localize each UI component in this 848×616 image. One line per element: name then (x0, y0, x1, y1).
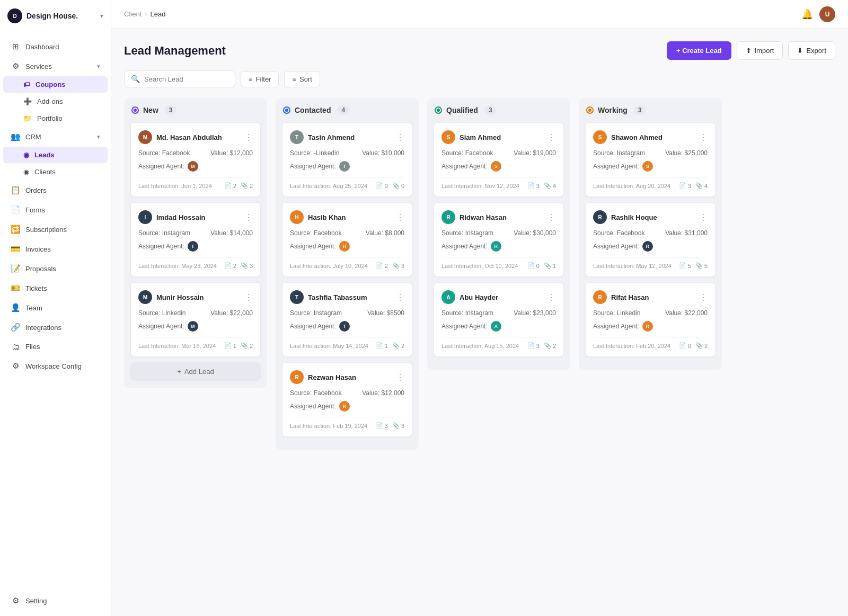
footer-icons: 📄 3 📎 4 (679, 182, 708, 189)
sidebar-item-setting[interactable]: ⚙ Setting (3, 591, 108, 610)
card-footer: Last Interaction: Oct 10, 2024 📄 0 📎 1 (441, 257, 556, 269)
lead-name: Md. Hasan Abdullah (156, 133, 240, 141)
status-dot-contacted (283, 106, 290, 114)
sidebar-item-forms[interactable]: 📄 Forms (3, 200, 108, 219)
attachment-icon: 📎 (392, 342, 400, 349)
lead-card-qualified-1[interactable]: R Ridwan Hasan ⋮ Source: Instagram Value… (434, 202, 564, 277)
sidebar-item-files[interactable]: 🗂 Files (3, 337, 108, 356)
user-avatar[interactable]: U (819, 6, 835, 22)
attachments-count: 📎 4 (544, 182, 556, 189)
export-button[interactable]: ⬇ Export (788, 41, 835, 60)
sidebar-item-clients[interactable]: ◉ Clients (3, 164, 108, 180)
card-menu-icon[interactable]: ⋮ (396, 212, 404, 222)
last-interaction: Last Interaction: Aug 20, 2024 (593, 183, 670, 189)
sidebar-item-workspace-config[interactable]: ⚙ Workspace Config (3, 356, 108, 376)
agent-avatar: R (642, 241, 653, 252)
sidebar-item-invoices[interactable]: 💳 Invoices (3, 239, 108, 258)
card-header: M Munir Hossain ⋮ (138, 290, 253, 304)
footer-icons: 📄 0 📎 2 (679, 342, 708, 349)
card-menu-icon[interactable]: ⋮ (396, 372, 404, 382)
sort-button[interactable]: ≡ Sort (284, 71, 320, 87)
agent-label: Assigned Agent: (138, 163, 184, 170)
agent-avatar: T (339, 321, 350, 332)
lead-value: Value: $23,000 (514, 309, 556, 317)
files-count: 📄 3 (527, 342, 540, 349)
agent-row: Assigned Agent: A (441, 321, 556, 332)
card-menu-icon[interactable]: ⋮ (547, 292, 556, 302)
coupons-icon: 🏷 (23, 81, 30, 88)
lead-card-contacted-1[interactable]: H Hasib Khan ⋮ Source: Facebook Value: $… (282, 202, 412, 277)
lead-card-qualified-0[interactable]: S Siam Ahmed ⋮ Source: Facebook Value: $… (434, 122, 564, 197)
file-icon: 📄 (224, 342, 232, 349)
card-menu-icon[interactable]: ⋮ (244, 292, 253, 302)
main-area: Client › Lead 🔔 U Lead Management + Crea… (111, 0, 848, 616)
card-header: T Tashfia Tabassum ⋮ (290, 290, 404, 304)
sidebar-item-tickets[interactable]: 🎫 Tickets (3, 279, 108, 298)
card-menu-icon[interactable]: ⋮ (699, 132, 708, 142)
search-input[interactable] (144, 75, 228, 83)
attachment-icon: 📎 (241, 182, 248, 189)
lead-card-new-1[interactable]: I Imdad Hossain ⋮ Source: Instagram Valu… (130, 202, 261, 277)
file-icon: 📄 (376, 262, 383, 269)
attachment-icon: 📎 (392, 182, 400, 189)
import-button[interactable]: ⬆ Import (737, 41, 783, 60)
sidebar-item-orders[interactable]: 📋 Orders (3, 181, 108, 200)
card-menu-icon[interactable]: ⋮ (547, 132, 556, 142)
attachments-count: 📎 1 (544, 262, 556, 269)
files-count: 📄 2 (224, 262, 236, 269)
sidebar-item-subscriptions[interactable]: 🔁 Subscriptions (3, 220, 108, 239)
lead-name: Imdad Hossain (156, 213, 240, 221)
col-count-working: 3 (634, 105, 646, 115)
card-menu-icon[interactable]: ⋮ (396, 132, 404, 142)
agent-row: Assigned Agent: R (441, 241, 556, 252)
lead-card-working-0[interactable]: S Shawon Ahmed ⋮ Source: Instagram Value… (585, 122, 716, 197)
last-interaction: Last Interaction: Mar 16, 2024 (138, 343, 216, 349)
lead-card-qualified-2[interactable]: A Abu Hayder ⋮ Source: Instagram Value: … (434, 282, 564, 357)
sidebar-item-dashboard[interactable]: ⊞ Dashboard (3, 37, 108, 56)
create-lead-button[interactable]: + Create Lead (667, 41, 731, 60)
agent-avatar: H (339, 241, 350, 252)
notification-bell-icon[interactable]: 🔔 (801, 8, 813, 20)
card-menu-icon[interactable]: ⋮ (396, 292, 404, 302)
sidebar-label-portfolio: Portfolio (37, 114, 63, 122)
sidebar-item-coupons[interactable]: 🏷 Coupons (3, 76, 108, 93)
status-dot-working (586, 106, 594, 114)
col-title-working: Working (598, 106, 628, 114)
sidebar-item-addons[interactable]: ➕ Add-ons (3, 93, 108, 110)
card-menu-icon[interactable]: ⋮ (547, 212, 556, 222)
card-menu-icon[interactable]: ⋮ (244, 132, 253, 142)
sidebar-item-proposals[interactable]: 📝 Proposals (3, 259, 108, 278)
sidebar: D Design House. ▾ ⊞ Dashboard ⚙ Services… (0, 0, 111, 616)
attachment-icon: 📎 (392, 422, 400, 429)
sidebar-item-crm[interactable]: 👥 CRM ▾ (3, 127, 108, 146)
card-meta: Source: Instagram Value: $14,000 (138, 229, 253, 237)
agent-label: Assigned Agent: (290, 403, 336, 410)
sidebar-item-team[interactable]: 👤 Team (3, 298, 108, 317)
lead-card-contacted-0[interactable]: T Tasin Ahmend ⋮ Source: -Linkedin Value… (282, 122, 412, 197)
card-menu-icon[interactable]: ⋮ (244, 212, 253, 222)
sidebar-item-leads[interactable]: ◉ Leads (3, 147, 108, 163)
filter-button[interactable]: ≡ Filter (241, 71, 279, 87)
sidebar-item-portfolio[interactable]: 📁 Portfolio (3, 110, 108, 127)
lead-card-contacted-2[interactable]: T Tashfia Tabassum ⋮ Source: Instagram V… (282, 282, 412, 357)
card-meta: Source: Instagram Value: $23,000 (441, 309, 556, 317)
lead-card-working-1[interactable]: R Rashik Hoque ⋮ Source: Facebook Value:… (585, 202, 716, 277)
sidebar-item-services[interactable]: ⚙ Services ▾ (3, 57, 108, 76)
lead-card-working-2[interactable]: R Rifat Hasan ⋮ Source: Linkedin Value: … (585, 282, 716, 357)
proposals-icon: 📝 (11, 264, 20, 273)
lead-name: Rifat Hasan (611, 293, 695, 301)
lead-value: Value: $8,000 (366, 229, 404, 237)
sidebar-label-invoices: Invoices (25, 245, 51, 253)
lead-card-new-0[interactable]: M Md. Hasan Abdullah ⋮ Source: Facebook … (130, 122, 261, 197)
card-menu-icon[interactable]: ⋮ (699, 212, 708, 222)
add-lead-button[interactable]: +Add Lead (130, 362, 261, 381)
lead-card-contacted-3[interactable]: R Rezwan Hasan ⋮ Source: Facebook Value:… (282, 362, 412, 437)
lead-card-new-2[interactable]: M Munir Hossain ⋮ Source: Linkedin Value… (130, 282, 261, 357)
card-menu-icon[interactable]: ⋮ (699, 292, 708, 302)
sidebar-item-integrations[interactable]: 🔗 Integrations (3, 318, 108, 337)
lead-name: Shawon Ahmed (611, 133, 695, 141)
app-logo[interactable]: D Design House. ▾ (0, 0, 111, 32)
lead-source: Source: -Linkedin (290, 149, 339, 157)
footer-icons: 📄 5 📎 5 (679, 262, 708, 269)
kanban-col-working: Working 3 S Shawon Ahmed ⋮ Source: Insta… (579, 98, 722, 370)
